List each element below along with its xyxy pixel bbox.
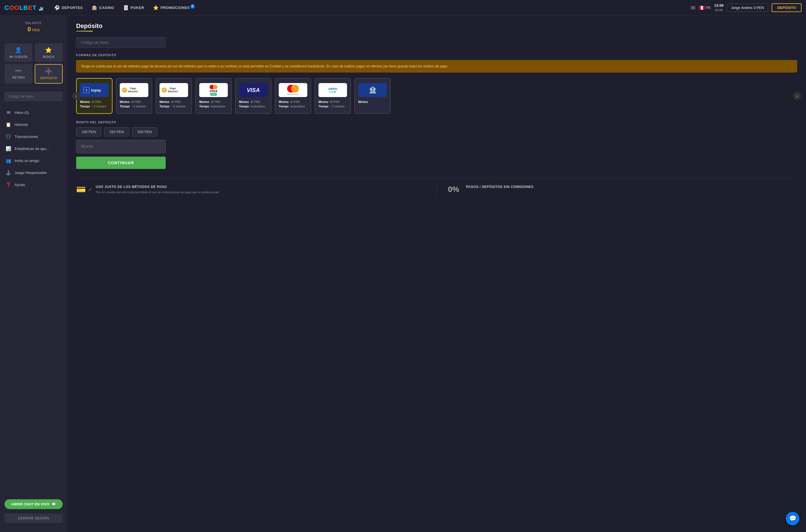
nav-promociones[interactable]: ⭐ PROMOCIONES 1 [149, 3, 199, 12]
safetypay-info: Mínimo 50 PEN Tiempo ~ 5 minutos [318, 100, 347, 109]
payment-method-tupay[interactable]: t tupay Mínimo 10 PEN Tiempo ~ 5 minutos [76, 78, 113, 114]
sidebar-item-historial[interactable]: 📋 Historial [0, 119, 67, 131]
preset-500[interactable]: 500 PEN [132, 127, 157, 136]
payment-nav-right[interactable]: › [793, 92, 801, 100]
footer-payment-info: 💳 ✓ USO JUSTO DE LOS MÉTODOS DE PAGO Ten… [76, 185, 425, 195]
formas-label: FORMAS DE DEPÓSITO [76, 53, 797, 57]
footer-payment-title: USO JUSTO DE LOS MÉTODOS DE PAGO [96, 185, 219, 189]
page-title: Depósito [76, 22, 797, 30]
nav-deportes[interactable]: ⚽ DEPORTES [50, 3, 87, 12]
payment-method-visa[interactable]: VISA Mínimo 10 PEN Tiempo Instantáneo [235, 78, 271, 114]
tupay-t-icon: t [83, 87, 90, 93]
page-layout: BALANCE 0 PEN 👤 MI CUENTA ⭐ BONOS ➖ RETI… [0, 16, 806, 532]
casino-icon: 🎰 [92, 5, 98, 11]
deportes-icon: ⚽ [54, 5, 60, 11]
sidebar-item-invita[interactable]: 👥 Invita un amigo [0, 155, 67, 167]
visa-new-logo-area: VISA NEW [199, 83, 228, 97]
sidebar-item-inbox[interactable]: ✉ Inbox (0) [0, 107, 67, 119]
payment-method-bank[interactable]: 🏦 Mínimo [354, 78, 391, 114]
tupay-tiempo: Tiempo ~ 5 minutos [80, 104, 109, 109]
sidebar-item-transacciones[interactable]: 💱 Transacciones [0, 131, 67, 142]
safetypay-logo: safety pay ▶ [318, 83, 347, 97]
sidebar-item-ayuda[interactable]: ❓ Ayuda [0, 179, 67, 191]
balance-label: BALANCE [4, 21, 63, 25]
historial-icon: 📋 [5, 122, 11, 127]
payment-method-pago2[interactable]: P PagoEfectivo Mínimo 10 PEN Tiempo ~ 5 … [156, 78, 192, 114]
current-time: 13:59 [714, 3, 724, 8]
quick-actions: 👤 MI CUENTA ⭐ BONOS ➖ RETIRO ➕ DEPÓSITO [0, 39, 67, 89]
deposito-button[interactable]: ➕ DEPÓSITO [35, 64, 63, 83]
mi-cuenta-button[interactable]: 👤 MI CUENTA [4, 43, 33, 62]
tupay-text: tupay [91, 88, 101, 92]
card-icon: 💳 [76, 185, 86, 194]
nav-deportes-label: DEPORTES [61, 5, 83, 10]
footer-info: 💳 ✓ USO JUSTO DE LOS MÉTODOS DE PAGO Ten… [76, 178, 797, 195]
mastercard-info: Mínimo 10 PEN Tiempo Instantáneo [279, 100, 307, 109]
visa-new-top [210, 85, 218, 89]
nav-casino[interactable]: 🎰 CASINO [88, 3, 118, 12]
safetypay-text: safety [328, 87, 337, 90]
chat-label: ABRIR CHAT EN VIVO [11, 502, 49, 506]
visa-info: Mínimo 10 PEN Tiempo Instantáneo [239, 100, 267, 109]
sidebar-item-estadisticas[interactable]: 📊 Estadísticas de apu... [0, 142, 67, 155]
promo-code-input[interactable] [76, 37, 166, 48]
new-badge: NEW [210, 93, 217, 96]
header-right: ✉ 🇵🇪 PE 13:59 00:08 Jorge Andres 0 PEN D… [691, 3, 802, 12]
preset-100[interactable]: 100 PEN [76, 127, 101, 136]
header: COOLBET 🏄 ⚽ DEPORTES 🎰 CASINO 🃏 POKER ⭐ … [0, 0, 806, 16]
pago-text: PagoEfectivo [128, 87, 138, 93]
main-nav: ⚽ DEPORTES 🎰 CASINO 🃏 POKER ⭐ PROMOCIONE… [50, 3, 691, 12]
logo[interactable]: COOLBET 🏄 [4, 4, 44, 12]
check-icon: ✓ [88, 187, 92, 193]
ayuda-icon: ❓ [5, 182, 11, 187]
title-underline [76, 31, 93, 32]
amount-input[interactable] [76, 140, 165, 153]
account-icon: 👤 [15, 47, 22, 53]
payment-nav-left[interactable]: ‹ [72, 92, 80, 100]
user-button[interactable]: Jorge Andres 0 PEN [727, 4, 768, 12]
bonos-button[interactable]: ⭐ BONOS [35, 43, 63, 62]
time-display: 13:59 00:08 [714, 3, 724, 12]
invita-label: Invita un amigo [15, 158, 39, 163]
sidebar-item-juego-responsable[interactable]: ⚓ Juego Responsable [0, 167, 67, 179]
retiro-button[interactable]: ➖ RETIRO [4, 64, 33, 83]
payment-method-safetypay[interactable]: safety pay ▶ Mínimo 50 PEN Tiempo ~ 5 mi… [315, 78, 351, 114]
bank-logo: 🏦 [358, 83, 387, 97]
amount-input-wrapper [76, 140, 166, 153]
mastercard-minimo: Mínimo 10 PEN [279, 100, 307, 104]
continue-button[interactable]: CONTINUAR [76, 157, 166, 169]
mail-icon[interactable]: ✉ [691, 4, 695, 11]
sidebar-code-input[interactable] [4, 92, 63, 101]
nav-poker[interactable]: 🃏 POKER [119, 3, 148, 12]
amount-section: MONTO DEL DEPÓSITO 100 PEN 250 PEN 500 P… [76, 120, 797, 169]
ayuda-label: Ayuda [15, 183, 25, 187]
tupay-info: Mínimo 10 PEN Tiempo ~ 5 minutos [80, 100, 109, 109]
bonos-icon: ⭐ [45, 47, 52, 53]
mastercard-logo: MasterCard [279, 83, 307, 97]
mc-orange-circle [213, 85, 218, 89]
region-selector[interactable]: 🇵🇪 PE [699, 5, 711, 11]
chat-button[interactable]: ABRIR CHAT EN VIVO 💬 [4, 499, 63, 509]
footer-commission-info: 0% PAGOS / DEPÓSITOS SIN COMISIONES [448, 185, 797, 195]
header-deposit-button[interactable]: DEPÓSITO [772, 3, 802, 12]
pago1-minimo: Mínimo 10 PEN [120, 100, 148, 104]
chat-bubble-button[interactable]: 💬 [786, 512, 799, 525]
preset-250[interactable]: 250 PEN [104, 127, 129, 136]
payment-method-mastercard[interactable]: MasterCard Mínimo 10 PEN Tiempo Instantá… [275, 78, 311, 114]
estadisticas-icon: 📊 [5, 146, 11, 151]
visa-new-minimo: Mínimo 10 PEN [199, 100, 228, 104]
bank-info: Mínimo [358, 100, 387, 104]
retiro-icon: ➖ [15, 68, 22, 74]
safetypay-logo-area: safety pay ▶ [318, 83, 347, 97]
pago-efectivo-logo2: P PagoEfectivo [160, 83, 188, 97]
logout-button[interactable]: CERRAR SESIÓN [4, 514, 63, 523]
mc-orange [291, 85, 299, 93]
mi-cuenta-label: MI CUENTA [10, 55, 27, 58]
payment-method-pago1[interactable]: P PagoEfectivo Mínimo 10 PEN Tiempo ~ 5 … [116, 78, 152, 114]
sidebar-menu: ✉ Inbox (0) 📋 Historial 💱 Transacciones … [0, 107, 67, 496]
warning-text: Tenga en cuenta que el uso de métodos pa… [81, 64, 448, 68]
balance-amount: 0 [27, 26, 31, 33]
poker-icon: 🃏 [123, 5, 129, 11]
payment-method-visa-new[interactable]: VISA NEW Mínimo 10 PEN Tiempo Instantáne… [195, 78, 232, 114]
tupay-logo: t tupay [80, 83, 109, 97]
